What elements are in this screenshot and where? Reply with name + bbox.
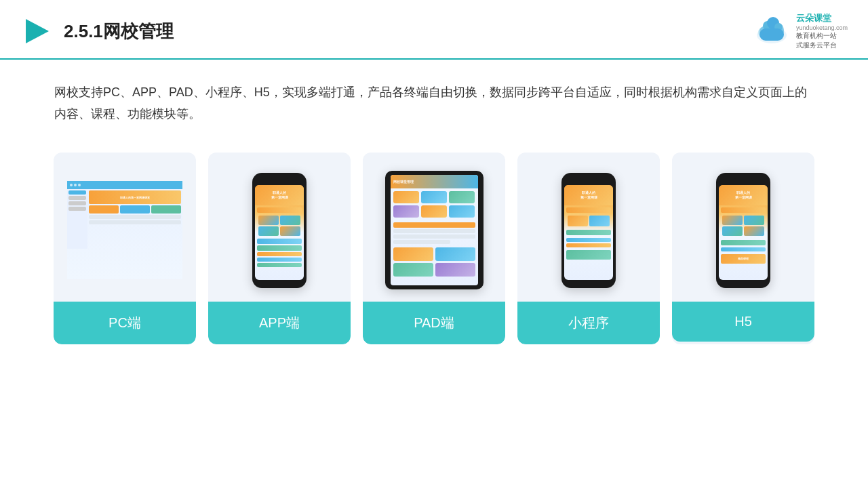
card-app: 职通人的第一堂网课 [208,152,351,344]
description-paragraph: 网校支持PC、APP、PAD、小程序、H5，实现多端打通，产品各终端自由切换，数… [54,81,814,125]
card-miniprogram-image: 职通人的第一堂网课 [517,152,660,302]
svg-rect-8 [760,28,784,41]
card-app-label: APP端 [208,302,351,344]
card-pc: 职通人的第一堂网课课堂 [54,152,196,344]
logo-name: 云朵课堂 [796,12,848,24]
card-pad-label: PAD端 [363,302,505,344]
header-left: 2.5.1网校管理 [20,15,174,47]
page-title: 2.5.1网校管理 [64,20,174,43]
description-text: 网校支持PC、APP、PAD、小程序、H5，实现多端打通，产品各终端自由切换，数… [0,60,868,139]
pad-mockup: 网校课堂管理 [385,171,484,289]
pc-mockup: 职通人的第一堂网课课堂 [67,181,182,279]
card-pc-image: 职通人的第一堂网课课堂 [54,152,196,302]
h5-phone-mockup: 职通人的第一堂网课 精品课程 [716,173,770,288]
header: 2.5.1网校管理 云朵课堂 yunduoketang.com 教育机构一站式服… [0,0,868,60]
card-miniprogram: 职通人的第一堂网课 小程序 [517,152,660,344]
miniprogram-phone-mockup: 职通人的第一堂网课 [561,173,616,288]
card-miniprogram-label: 小程序 [517,302,660,344]
logo-area: 云朵课堂 yunduoketang.com 教育机构一站式服务云平台 [753,12,848,50]
card-h5: 职通人的第一堂网课 精品课程 [672,152,814,344]
card-pad: 网校课堂管理 [363,152,505,344]
logo-cloud-icon [753,16,791,46]
card-h5-label: H5 [672,302,814,342]
logo-text-area: 云朵课堂 yunduoketang.com 教育机构一站式服务云平台 [796,12,848,50]
logo-url: yunduoketang.com [796,24,848,31]
card-pc-label: PC端 [54,302,196,344]
cards-container: 职通人的第一堂网课课堂 [0,139,868,358]
card-h5-image: 职通人的第一堂网课 精品课程 [672,152,814,302]
card-pad-image: 网校课堂管理 [363,152,505,302]
card-app-image: 职通人的第一堂网课 [208,152,351,302]
logo-tagline: 教育机构一站式服务云平台 [796,31,848,50]
play-icon [20,15,53,47]
app-phone-mockup: 职通人的第一堂网课 [252,173,307,288]
svg-marker-0 [26,19,49,43]
